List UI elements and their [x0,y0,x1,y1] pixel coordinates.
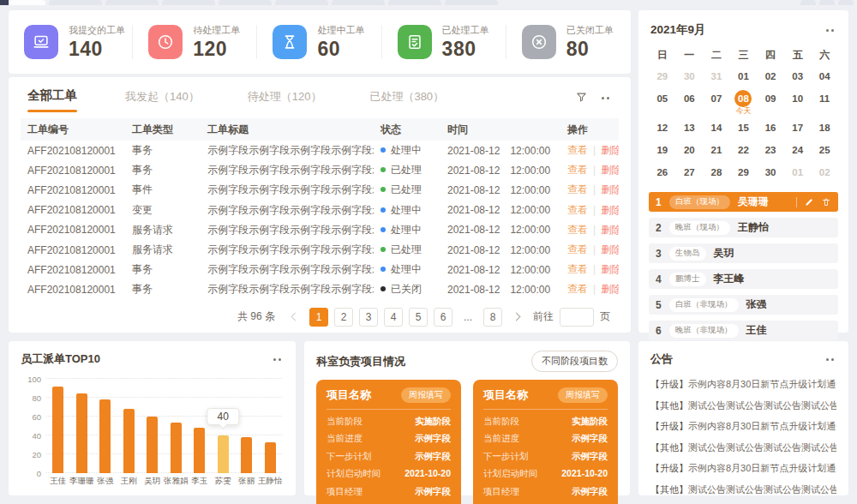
delete-link[interactable]: 删除 [601,243,619,255]
calendar-day[interactable]: 01 [730,65,758,87]
page-button[interactable]: 8 [483,308,502,327]
calendar-day[interactable]: 08今天 [730,87,758,117]
view-link[interactable]: 查看 [567,164,588,176]
page-button[interactable]: 5 [409,308,428,327]
delete-link[interactable]: 删除 [601,183,619,195]
page-button[interactable]: 3 [359,308,378,327]
calendar-day[interactable]: 16 [757,117,784,139]
calendar-day[interactable]: 27 [676,161,704,183]
next-page-button[interactable] [508,308,527,327]
browser-tab[interactable] [105,0,159,5]
announcement-item[interactable]: 【升级】示例内容8月30日新节点升级计划通知 [650,458,836,479]
schedule-row[interactable]: 5白班（非现场）张强 [649,295,838,315]
bar[interactable] [99,399,111,473]
bar[interactable] [194,428,205,473]
more-icon[interactable] [272,357,284,361]
calendar-day[interactable]: 06 [676,87,704,117]
bar[interactable] [52,387,63,473]
calendar-day[interactable]: 25 [811,139,838,161]
orders-tab[interactable]: 待处理（120） [248,87,322,105]
calendar-day[interactable]: 02 [757,65,784,87]
browser-tab[interactable] [219,0,272,5]
delete-link[interactable]: 删除 [601,204,619,216]
browser-tab[interactable] [9,0,45,5]
bar[interactable] [218,435,229,473]
calendar-day[interactable]: 18 [811,117,838,139]
calendar-day[interactable]: 21 [703,139,730,161]
page-button[interactable]: 4 [384,308,403,327]
browser-tab[interactable] [838,0,854,5]
bar[interactable] [123,409,135,473]
view-link[interactable]: 查看 [567,204,588,216]
schedule-row[interactable]: 4鹏博士李王峰 [649,269,838,289]
calendar-day[interactable]: 02 [811,161,838,183]
prev-page-button[interactable] [285,308,303,327]
schedule-row[interactable]: 6晚班（非现场）王佳 [649,321,838,340]
view-link[interactable]: 查看 [567,283,588,295]
view-link[interactable]: 查看 [567,263,588,275]
announcement-item[interactable]: 【其他】测试公告测试公告测试公告测试公告测试公告 [650,479,836,501]
goto-page-input[interactable] [560,308,594,327]
browser-tab[interactable] [162,0,215,5]
browser-tab[interactable] [0,0,9,5]
calendar-day[interactable]: 01 [784,161,812,183]
filter-icon[interactable] [575,91,588,104]
browser-tab[interactable] [275,0,328,5]
browser-tab[interactable] [819,0,835,5]
schedule-row[interactable]: 2晚班（现场）王静怡 [649,218,838,237]
calendar-day[interactable]: 28 [703,161,730,183]
calendar-day[interactable]: 23 [757,139,784,161]
bar[interactable] [147,417,158,473]
browser-tab[interactable] [49,0,102,5]
browser-tab[interactable] [445,0,498,5]
calendar-day[interactable]: 17 [784,117,812,139]
calendar-day[interactable]: 19 [649,139,676,161]
view-link[interactable]: 查看 [567,183,588,195]
announcement-item[interactable]: 【升级】示例内容8月30日新节点升级计划通知 [650,416,836,437]
bar[interactable] [265,442,276,473]
page-button[interactable]: 6 [434,308,452,327]
bar[interactable] [241,437,252,473]
more-icon[interactable] [824,28,836,32]
bar[interactable] [171,423,182,473]
calendar-day[interactable]: 30 [757,161,784,183]
calendar-day[interactable]: 22 [730,139,758,161]
calendar-day[interactable]: 09 [757,87,784,117]
orders-tab[interactable]: 已处理（380） [369,87,444,105]
calendar-day[interactable]: 11 [811,87,838,117]
schedule-row[interactable]: 3生物岛吴玥 [649,243,838,263]
calendar-day[interactable]: 29 [649,65,676,87]
delete-link[interactable]: 删除 [601,144,619,156]
delete-link[interactable]: 删除 [601,164,619,176]
calendar-day[interactable]: 14 [703,117,730,139]
announcement-item[interactable]: 【其他】测试公告测试公告测试公告测试公告测试公告 [650,437,836,459]
calendar-day[interactable]: 29 [730,161,758,183]
calendar-day[interactable]: 07 [703,87,730,117]
page-button[interactable]: 1 [309,308,328,327]
delete-link[interactable]: 删除 [601,283,619,295]
weekly-report-badge[interactable]: 周报填写 [558,387,608,403]
orders-tab[interactable]: 我发起（140） [125,87,200,105]
more-icon[interactable] [600,96,612,99]
delete-link[interactable]: 删除 [601,224,619,236]
calendar-day[interactable]: 30 [676,65,704,87]
calendar-day[interactable]: 03 [784,65,812,87]
browser-tab[interactable] [332,0,385,5]
schedule-row[interactable]: 1白班（现场）吴珊珊 [649,192,838,212]
calendar-day[interactable]: 12 [649,117,676,139]
announcement-item[interactable]: 【升级】示例内容8月30日新节点升级计划通知 [650,374,836,395]
more-icon[interactable] [824,357,836,361]
trash-icon[interactable] [821,197,831,207]
page-button[interactable]: ... [458,308,477,327]
bar[interactable] [76,393,87,474]
orders-tab[interactable]: 全部工单 [27,87,77,112]
calendar-day[interactable]: 13 [676,117,704,139]
page-button[interactable]: 2 [334,308,353,327]
announcement-item[interactable]: 【其他】测试公告测试公告测试公告测试公告测试公告 [650,395,836,417]
browser-tab[interactable] [800,0,816,5]
view-link[interactable]: 查看 [567,224,588,236]
browser-tab[interactable] [388,0,441,5]
calendar-day[interactable]: 24 [784,139,812,161]
view-link[interactable]: 查看 [567,243,588,255]
weekly-report-badge[interactable]: 周报填写 [401,387,451,403]
